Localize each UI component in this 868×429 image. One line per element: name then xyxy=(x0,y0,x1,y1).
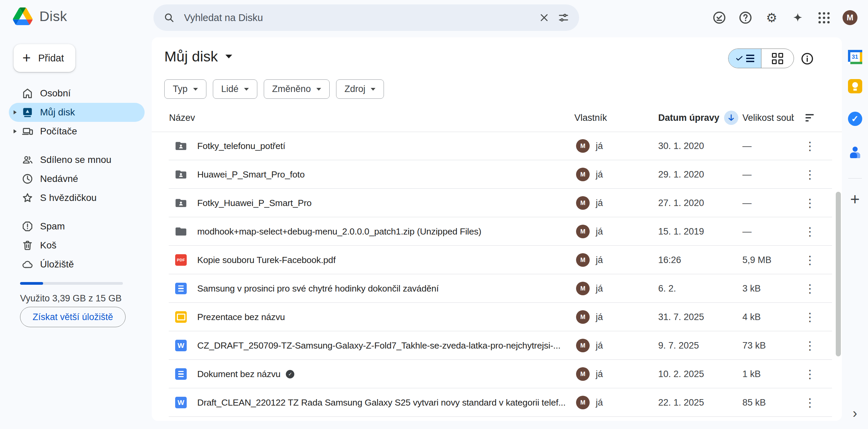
sidebar-item-m-j-disk[interactable]: Můj disk xyxy=(9,103,145,122)
left-navigation: + Přidat OsobníMůj diskPočítačeSdíleno s… xyxy=(0,35,152,429)
sidebar-item-ko-[interactable]: Koš xyxy=(9,236,145,255)
hide-side-panel-chevron-icon[interactable]: › xyxy=(847,405,863,421)
location-title-dropdown[interactable]: Můj disk xyxy=(164,48,232,65)
search-bar[interactable] xyxy=(153,4,579,31)
google-apps-grid-icon[interactable] xyxy=(816,10,831,25)
more-actions-button[interactable]: ⋮ xyxy=(802,138,817,153)
account-avatar[interactable]: M xyxy=(843,10,857,25)
sort-options-icon[interactable] xyxy=(802,104,817,132)
sidebar-item-label: Můj disk xyxy=(40,107,75,118)
more-actions-button[interactable]: ⋮ xyxy=(802,253,817,267)
sidebar-item-label: Nedávné xyxy=(40,173,78,184)
expand-arrow-icon[interactable] xyxy=(14,110,17,114)
file-name: Kopie souboru Turek-Facebook.pdf xyxy=(197,246,336,274)
table-header-row: Název Vlastník Datum úpravy Velikost sou… xyxy=(152,104,842,132)
side-panel-divider xyxy=(848,178,862,179)
table-row[interactable]: Fotky_Huawei_P_Smart_Pro M já 27. 1. 202… xyxy=(152,189,842,217)
more-actions-button[interactable]: ⋮ xyxy=(802,167,817,182)
add-new-label: Přidat xyxy=(38,53,64,64)
table-row[interactable]: PDF Kopie souboru Turek-Facebook.pdf M j… xyxy=(152,246,842,274)
grid-view-button[interactable] xyxy=(761,49,794,68)
sidebar-item-ned-vn-[interactable]: Nedávné xyxy=(9,169,145,188)
more-actions-button[interactable]: ⋮ xyxy=(802,310,817,324)
computers-icon xyxy=(21,125,34,137)
help-icon[interactable] xyxy=(738,10,753,25)
tasks-icon[interactable]: ✓ xyxy=(847,111,863,127)
table-row[interactable]: W CZ_DRAFT_250709-TZ-Samsung-Galaxy-Z-Fo… xyxy=(152,331,842,360)
sidebar-item-s-hv-zdi-kou[interactable]: S hvězdičkou xyxy=(9,188,145,207)
modified-date: 9. 7. 2025 xyxy=(658,331,699,360)
add-new-button[interactable]: + Přidat xyxy=(14,44,75,72)
calendar-icon[interactable]: 31 xyxy=(847,49,863,65)
folder-icon xyxy=(174,225,187,238)
modified-date: 31. 7. 2025 xyxy=(658,303,704,331)
drive-logo-area[interactable]: Disk xyxy=(13,7,67,25)
offline-available-badge-icon: ✓ xyxy=(286,370,294,378)
storage-usage-text: Využito 3,39 GB z 15 GB xyxy=(20,287,122,310)
sidebar-group: OsobníMůj diskPočítače xyxy=(0,84,152,141)
sidebar-item-sd-leno-se-mnou[interactable]: Sdíleno se mnou xyxy=(9,150,145,169)
more-actions-button[interactable]: ⋮ xyxy=(802,195,817,210)
storage-progress-bar xyxy=(20,282,123,285)
chevron-down-icon xyxy=(225,55,232,58)
sidebar-item-label: Spam xyxy=(40,221,65,232)
sort-direction-icon[interactable] xyxy=(724,111,738,125)
table-row[interactable]: Fotky_telefonu_potřetí M já 30. 1. 2020 … xyxy=(152,132,842,160)
filter-chip-zdroj[interactable]: Zdroj xyxy=(336,79,384,99)
expand-arrow-icon[interactable] xyxy=(14,129,17,133)
sidebar-group: SpamKošÚložiště xyxy=(0,217,152,274)
settings-gear-icon[interactable]: ⚙ xyxy=(764,10,779,25)
modified-date: 29. 1. 2020 xyxy=(658,160,704,189)
owner-avatar: M xyxy=(576,225,590,238)
contacts-icon[interactable] xyxy=(847,145,863,161)
scrollbar-thumb[interactable] xyxy=(836,192,841,356)
column-header-size[interactable]: Velikost soubo xyxy=(742,104,794,132)
sidebar-item-po-ta-e[interactable]: Počítače xyxy=(9,122,145,141)
file-list-panel: Můj disk TypLidéZměněnoZdroj Název Vlast… xyxy=(152,37,842,421)
get-more-storage-button[interactable]: Získat větší úložiště xyxy=(20,307,126,327)
file-name: Fotky_telefonu_potřetí xyxy=(197,132,285,160)
add-side-panel-app-icon[interactable]: + xyxy=(847,191,863,207)
owner-avatar: M xyxy=(576,168,590,181)
word-icon: W xyxy=(174,396,187,409)
column-header-name[interactable]: Název xyxy=(169,104,195,132)
sidebar-item-osobn-[interactable]: Osobní xyxy=(9,84,145,103)
chip-label: Zdroj xyxy=(345,84,366,94)
table-row[interactable]: W Draft_CLEAN_220122 TZ Rada Samsung Gal… xyxy=(152,388,842,417)
table-row[interactable]: modhook+map-select+debug-menu_2.0.0.0_pa… xyxy=(152,217,842,246)
column-header-modified[interactable]: Datum úpravy xyxy=(658,104,738,132)
word-icon: W xyxy=(174,339,187,352)
file-name: Draft_CLEAN_220122 TZ Rada Samsung Galax… xyxy=(197,388,566,417)
details-info-icon[interactable] xyxy=(799,50,816,67)
list-view-button[interactable] xyxy=(728,49,761,68)
keep-icon[interactable] xyxy=(847,78,863,94)
table-row[interactable]: Prezentace bez názvu M já 31. 7. 2025 4 … xyxy=(152,303,842,331)
more-actions-button[interactable]: ⋮ xyxy=(802,367,817,381)
chip-label: Lidé xyxy=(221,84,239,94)
file-name: Prezentace bez názvu xyxy=(197,303,285,331)
sidebar-item--lo-i-t-[interactable]: Úložiště xyxy=(9,255,145,274)
gemini-sparkle-icon[interactable] xyxy=(790,10,805,25)
more-actions-button[interactable]: ⋮ xyxy=(802,224,817,239)
sidebar-item-spam[interactable]: Spam xyxy=(9,217,145,236)
more-actions-button[interactable]: ⋮ xyxy=(802,338,817,353)
more-actions-button[interactable]: ⋮ xyxy=(802,281,817,296)
filter-chip-zm-n-no[interactable]: Změněno xyxy=(264,79,330,99)
more-actions-button[interactable]: ⋮ xyxy=(802,395,817,410)
filter-chip-lid-[interactable]: Lidé xyxy=(213,79,257,99)
plus-icon: + xyxy=(22,51,31,65)
table-row[interactable]: Huawei_P_Smart_Pro_foto M já 29. 1. 2020… xyxy=(152,160,842,189)
calendar-day-number: 31 xyxy=(850,52,860,62)
table-row[interactable]: Samsung v prosinci pro své chytré hodink… xyxy=(152,274,842,303)
filter-chip-typ[interactable]: Typ xyxy=(164,79,206,99)
search-input[interactable] xyxy=(183,12,530,24)
column-header-owner[interactable]: Vlastník xyxy=(574,104,607,132)
table-row[interactable]: Dokument bez názvu✓ M já 10. 2. 2025 1 k… xyxy=(152,360,842,388)
offline-status-icon[interactable] xyxy=(712,10,727,25)
side-panel: 31 ✓ + › xyxy=(842,35,868,429)
clear-search-icon[interactable] xyxy=(539,13,549,23)
owner-avatar: M xyxy=(576,196,590,210)
search-options-icon[interactable] xyxy=(558,12,569,23)
drive-logo-icon xyxy=(13,7,33,25)
search-icon[interactable] xyxy=(164,12,174,23)
